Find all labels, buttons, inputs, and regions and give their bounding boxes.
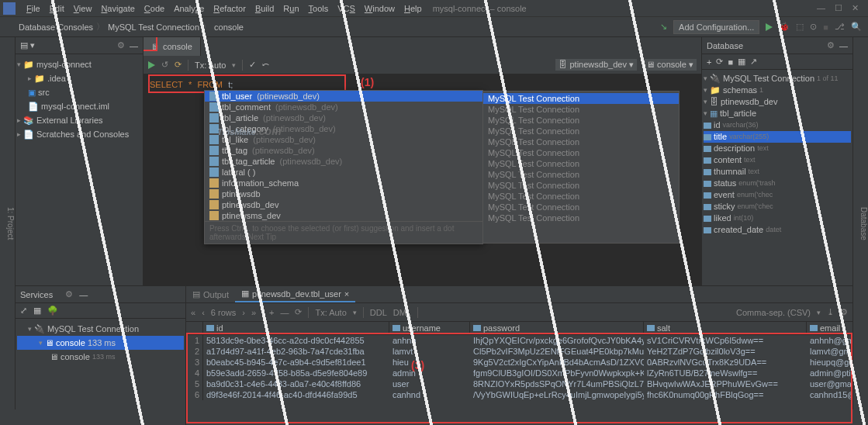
- add-row-icon[interactable]: +: [269, 308, 274, 317]
- execute-button[interactable]: [148, 61, 155, 69]
- commit-icon[interactable]: ✓: [249, 60, 256, 70]
- menu-code[interactable]: Code: [140, 2, 169, 15]
- build-icon[interactable]: ↘: [660, 22, 667, 32]
- ddl-button[interactable]: DDL: [370, 308, 387, 317]
- project-view-dropdown[interactable]: ▤ ▾: [20, 40, 35, 50]
- maximize-icon[interactable]: ☐: [835, 3, 842, 13]
- rollback-icon[interactable]: ⟳: [175, 60, 182, 70]
- reload-icon[interactable]: ⟳: [295, 307, 302, 317]
- coverage-icon[interactable]: ⬚: [796, 22, 804, 32]
- tx-mode-label[interactable]: Tx: Auto: [315, 308, 346, 317]
- db-column-node[interactable]: sticky enum('chec: [704, 201, 851, 212]
- project-folder-src[interactable]: ▣ src: [17, 85, 141, 99]
- menu-analyze[interactable]: Analyze: [169, 2, 209, 15]
- menu-vcs[interactable]: VCS: [333, 2, 360, 15]
- add-datasource-icon[interactable]: +: [707, 57, 711, 67]
- next-page-icon[interactable]: ›: [242, 308, 245, 317]
- right-tool-rail[interactable]: Database: [852, 37, 868, 409]
- jump-icon[interactable]: ↗: [750, 57, 757, 67]
- gear-icon[interactable]: ⚙: [827, 40, 835, 50]
- stop-icon[interactable]: ■: [823, 22, 828, 32]
- active-console-dropdown[interactable]: 🖥 console ▾: [643, 59, 697, 71]
- expand-icon[interactable]: ⤢: [20, 306, 27, 316]
- menu-run[interactable]: Run: [278, 2, 303, 15]
- menu-tools[interactable]: Tools: [304, 2, 334, 15]
- autocomplete-item[interactable]: ptinewsms_dev: [205, 210, 482, 221]
- autocomplete-item[interactable]: tbl_user(ptinewsdb_dev): [205, 91, 482, 102]
- history-icon[interactable]: ↺: [161, 60, 168, 70]
- datasource-node[interactable]: ▾🔌 MySQL Test Connection 1 of 11: [704, 73, 851, 85]
- active-schema-dropdown[interactable]: 🗄 ptinewsdb_dev ▾: [555, 59, 637, 71]
- menu-view[interactable]: View: [69, 2, 97, 15]
- db-column-node[interactable]: title varchar(255): [704, 131, 851, 143]
- autocomplete-item[interactable]: ptinewsdb_dev: [205, 199, 482, 210]
- schema-node[interactable]: ▾🗄 ptinewsdb_dev: [704, 96, 851, 108]
- project-root-node[interactable]: ▾📁 mysql-connect: [17, 57, 141, 71]
- autocomplete-item[interactable]: information_schema: [205, 178, 482, 188]
- external-libraries-node[interactable]: ▸📚 External Libraries: [17, 113, 141, 127]
- breadcrumb-item[interactable]: Database Consoles: [19, 22, 93, 32]
- table-node[interactable]: ▾▦ tbl_article: [704, 108, 851, 119]
- profiler-icon[interactable]: ⊙: [810, 22, 817, 32]
- scratches-node[interactable]: ▸📄 Scratches and Consoles: [17, 127, 141, 141]
- search-icon[interactable]: 🔍: [851, 22, 862, 32]
- gear-icon[interactable]: ⚙: [840, 307, 848, 317]
- breadcrumb-item[interactable]: MySQL Test Connection: [108, 22, 199, 32]
- autocomplete-item[interactable]: tbl_category(ptinewsdb_dev): [205, 123, 482, 134]
- project-folder-idea[interactable]: ▸📁 .idea: [17, 71, 141, 85]
- result-grid[interactable]: id username password salt email 15813dc9…: [186, 322, 852, 425]
- db-column-node[interactable]: status enum('trash: [704, 178, 851, 189]
- schemas-node[interactable]: ▾📁 schemas 1: [704, 85, 851, 96]
- minimize-icon[interactable]: —: [817, 3, 825, 13]
- svc-connection-node[interactable]: ▾🔌 MySQL Test Connection: [17, 322, 184, 336]
- db-column-node[interactable]: created_date datet: [704, 224, 851, 236]
- remove-row-icon[interactable]: —: [280, 308, 289, 317]
- autocomplete-item[interactable]: tbl_comment(ptinewsdb_dev): [205, 102, 482, 112]
- autocomplete-item[interactable]: tbl_tag(ptinewsdb_dev): [205, 145, 482, 156]
- menu-file[interactable]: File: [22, 2, 45, 15]
- menu-window[interactable]: Window: [360, 2, 399, 15]
- svc-tab-output[interactable]: ▤ Output: [186, 286, 235, 302]
- first-page-icon[interactable]: «: [191, 308, 195, 317]
- db-column-node[interactable]: thumnail text: [704, 166, 851, 178]
- svc-tab-result[interactable]: ▦ ptinewsdb_dev.tbl_user ×: [235, 286, 355, 302]
- gear-icon[interactable]: ⚙: [117, 40, 125, 50]
- gear-icon[interactable]: ⚙: [65, 289, 73, 299]
- hide-icon[interactable]: —: [79, 290, 88, 299]
- export-icon[interactable]: ⤓: [827, 307, 834, 317]
- tree-view-icon[interactable]: 🌳: [47, 306, 58, 316]
- db-column-node[interactable]: event enum('chec: [704, 189, 851, 201]
- autocomplete-item[interactable]: lateral ( ): [205, 167, 482, 178]
- autocomplete-item[interactable]: ptinewsdb: [205, 188, 482, 199]
- run-icon[interactable]: [766, 23, 773, 31]
- prev-page-icon[interactable]: ‹: [202, 308, 205, 317]
- breadcrumb-item[interactable]: console: [214, 22, 244, 32]
- run-configuration-dropdown[interactable]: Add Configuration...: [673, 20, 759, 34]
- menu-refactor[interactable]: Refactor: [209, 2, 251, 15]
- hide-icon[interactable]: —: [839, 41, 848, 50]
- left-tool-rail[interactable]: 1: Project: [0, 37, 16, 409]
- filter-icon[interactable]: ▦: [738, 57, 745, 67]
- filter-icon[interactable]: ▦: [33, 306, 41, 316]
- collapse-icon[interactable]: —: [130, 41, 138, 50]
- dml-button[interactable]: DML: [393, 308, 411, 317]
- db-column-node[interactable]: content text: [704, 154, 851, 166]
- project-file-iml[interactable]: 📄 mysql-connect.iml: [17, 99, 141, 113]
- autocomplete-item[interactable]: tbl_tag_article(ptinewsdb_dev): [205, 156, 482, 167]
- svc-console-node-active[interactable]: ▾🖥 console 133 ms: [17, 336, 184, 350]
- menu-help[interactable]: Help: [399, 2, 427, 15]
- stop-icon[interactable]: ■: [728, 57, 733, 67]
- db-column-node[interactable]: liked int(10): [704, 212, 851, 224]
- menu-build[interactable]: Build: [251, 2, 278, 15]
- close-icon[interactable]: ✕: [852, 3, 859, 13]
- last-page-icon[interactable]: »: [251, 308, 256, 317]
- refresh-icon[interactable]: ⟳: [716, 57, 723, 67]
- menu-navigate[interactable]: Navigate: [96, 2, 139, 15]
- breadcrumb[interactable]: Database Consoles 〉 MySQL Test Connectio…: [19, 21, 244, 33]
- debug-icon[interactable]: 🐞: [779, 22, 790, 32]
- db-column-node[interactable]: description text: [704, 143, 851, 154]
- db-column-node[interactable]: id varchar(36): [704, 119, 851, 131]
- tx-mode-dropdown[interactable]: Tx: Auto: [195, 60, 226, 70]
- rollback-button-icon[interactable]: ⤺: [262, 60, 269, 70]
- autocomplete-item[interactable]: tbl_like(ptinewsdb_dev): [205, 134, 482, 145]
